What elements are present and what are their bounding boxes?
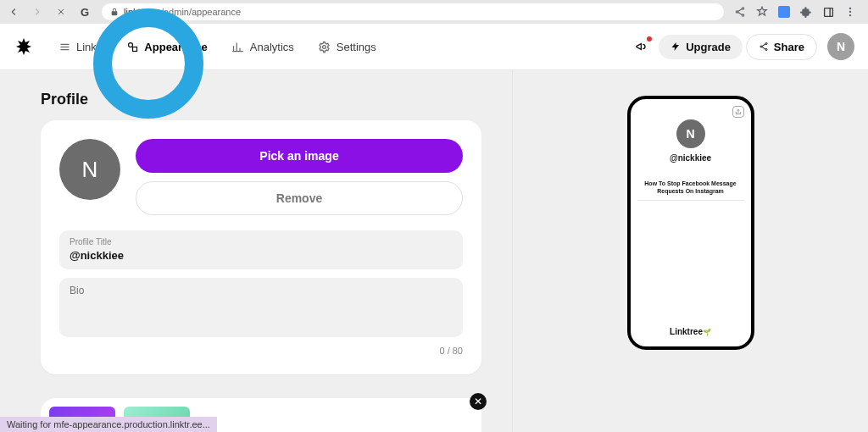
preview-footer-brand: Linktree🌱 [631, 327, 751, 336]
workspace: Profile N Pick an image Remove Profile T… [0, 70, 868, 432]
back-button[interactable] [7, 5, 20, 19]
svg-point-15 [760, 46, 762, 47]
nav-settings[interactable]: Settings [308, 35, 387, 58]
svg-point-11 [128, 42, 132, 47]
forward-button[interactable] [31, 5, 44, 19]
tree-icon: 🌱 [703, 329, 711, 336]
profile-avatar[interactable]: N [59, 139, 120, 200]
preview-share-icon[interactable] [732, 106, 744, 118]
svg-point-14 [765, 43, 767, 45]
shapes-icon [125, 40, 139, 53]
svg-rect-12 [132, 47, 136, 51]
browser-status-text: Waiting for mfe-appearance.production.li… [0, 417, 217, 432]
remove-image-button[interactable]: Remove [136, 181, 463, 215]
lines-icon [58, 40, 71, 53]
address-bar[interactable]: linktr.ee/admin/appearance [102, 3, 724, 20]
bio-textarea[interactable] [70, 285, 453, 330]
search-engine-icon[interactable]: G [78, 5, 92, 19]
preview-avatar: N [676, 119, 705, 148]
preview-panel: N @nickkiee How To Stop Facebook Message… [512, 70, 868, 432]
gear-icon [318, 40, 331, 53]
svg-point-5 [849, 8, 851, 9]
svg-point-0 [742, 8, 743, 9]
nav-appearance[interactable]: Appearance [115, 35, 217, 58]
close-themes-button[interactable]: ✕ [470, 393, 487, 410]
nav-label: Analytics [250, 41, 294, 53]
bio-field[interactable] [59, 278, 463, 337]
pick-image-button[interactable]: Pick an image [136, 139, 463, 173]
editor-panel: Profile N Pick an image Remove Profile T… [0, 70, 512, 432]
profile-title-label: Profile Title [70, 237, 453, 246]
account-avatar[interactable]: N [827, 33, 854, 60]
lock-icon [110, 8, 119, 16]
nav-links[interactable]: Links [47, 35, 112, 58]
nav-analytics[interactable]: Analytics [221, 35, 304, 58]
notification-dot-icon [647, 36, 652, 42]
bio-char-counter: 0 / 80 [59, 346, 463, 356]
preview-handle: @nickkiee [637, 153, 744, 163]
profile-section-title: Profile [41, 91, 481, 108]
linktree-logo[interactable] [14, 36, 34, 57]
phone-preview: N @nickkiee How To Stop Facebook Message… [627, 96, 754, 350]
app-top-nav: Links Appearance Analytics Settings Upgr… [0, 24, 868, 70]
share-button[interactable]: Share [746, 34, 817, 60]
svg-point-1 [736, 11, 737, 13]
profile-title-field[interactable]: Profile Title [59, 230, 463, 269]
notifications-button[interactable] [633, 38, 650, 55]
extensions-puzzle-icon[interactable] [800, 6, 812, 18]
url-path: /admin/appearance [161, 7, 241, 17]
svg-point-7 [849, 14, 851, 16]
browser-toolbar: G linktr.ee/admin/appearance [0, 0, 868, 24]
share-label: Share [774, 41, 804, 53]
stop-reload-button[interactable] [54, 5, 68, 19]
profile-title-input[interactable] [70, 249, 453, 262]
nav-label: Settings [337, 41, 376, 53]
bookmark-star-icon[interactable] [756, 6, 768, 18]
browser-menu-icon[interactable] [844, 6, 856, 18]
profile-card: N Pick an image Remove Profile Title 0 /… [41, 120, 481, 374]
nav-label: Appearance [144, 41, 207, 53]
svg-point-13 [323, 45, 326, 48]
share-browser-icon[interactable] [734, 6, 746, 18]
svg-point-16 [765, 49, 767, 51]
svg-point-2 [742, 14, 743, 16]
bar-chart-icon [231, 40, 245, 53]
svg-point-6 [849, 11, 851, 13]
preview-link-item[interactable]: How To Stop Facebook Message Requests On… [637, 174, 744, 201]
nav-label: Links [76, 41, 102, 53]
window-icon[interactable] [822, 6, 834, 18]
upgrade-label: Upgrade [686, 41, 731, 53]
upgrade-button[interactable]: Upgrade [659, 35, 743, 59]
extension-icon-1[interactable] [778, 6, 790, 18]
svg-rect-3 [824, 8, 832, 16]
url-host: linktr.ee [124, 7, 156, 17]
